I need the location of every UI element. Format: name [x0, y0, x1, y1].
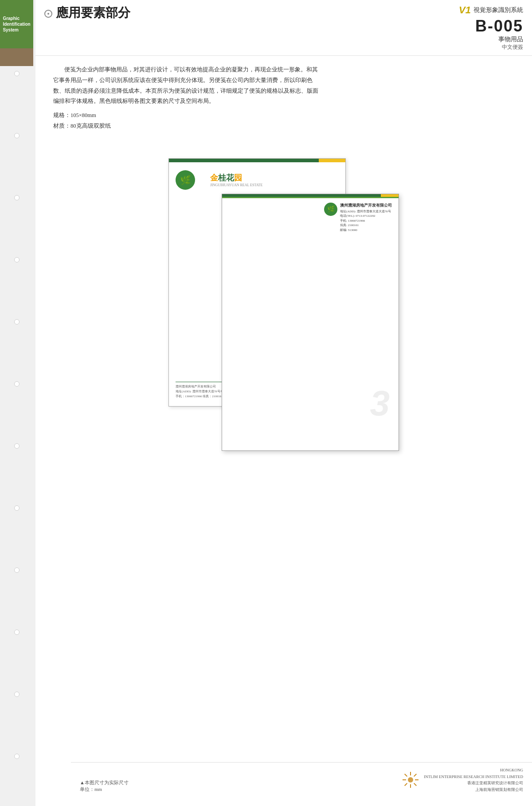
company-name-cn: 金桂花园 [210, 172, 262, 183]
fax-label: 传真: [340, 223, 347, 227]
notepad-stack: 🌿 金桂花园 JINGUIHUAYUAN REAL ESTATE 澧州澧湖房地产… [168, 158, 399, 460]
front-header-bar [222, 194, 399, 197]
mobile-value: 13060721966 [348, 219, 365, 223]
v1-label: V1 [459, 4, 471, 16]
hole-punch-4 [14, 319, 20, 325]
svg-line-8 [405, 783, 407, 786]
footer-company-line3: 香港泛亚精英研究设计有限公司 [424, 780, 523, 786]
company-name-area: 金桂花园 JINGUIHUAYUAN REAL ESTATE [210, 172, 262, 187]
zip-label: 邮编: [340, 228, 347, 232]
tel-value: 0713-07122292 [356, 214, 375, 218]
notepad-watermark: 3 [370, 383, 390, 424]
footer-company-line2: INTLIM ENTERPRISE RESEARCH INSTITUTE LIM… [424, 774, 523, 780]
notepad-display-area: 🌿 金桂花园 JINGUIHUAYUAN REAL ESTATE 澧州澧湖房地产… [35, 149, 532, 469]
sidebar-logo-text: Graphic Identification System [3, 16, 30, 33]
back-header-accent [319, 159, 345, 162]
back-logo-area: 🌿 金桂花园 JINGUIHUAYUAN REAL ESTATE [169, 162, 345, 193]
front-company-name: 澳州澧湖房地产开发有限公司 [340, 203, 392, 208]
sidebar: Graphic Identification System [0, 0, 35, 806]
hole-punch-10 [14, 692, 20, 697]
section-title-area: 應用要素部分 [44, 4, 130, 21]
footer-note: ▲本图尺寸为实际尺寸 [80, 779, 129, 786]
v1-badge: V1 視覚形象識別系統 [459, 4, 523, 16]
sidebar-logo: Graphic Identification System [0, 0, 33, 48]
front-fax-line: 传真: 2100161 [340, 223, 392, 228]
footer-unit: 单位：mm [80, 786, 129, 793]
section-title: 應用要素部分 [56, 4, 130, 21]
company-name-highlight: 桂花 [218, 173, 234, 182]
svg-point-0 [408, 777, 413, 783]
hole-punch-3 [14, 257, 20, 262]
circle-icon [44, 10, 52, 18]
material-label: 材质： [53, 123, 70, 129]
notepad-front: 🌿 澳州澧湖房地产开发有限公司 地址(ADD): 澧州市澧泰大道大道78号 电话… [222, 194, 399, 451]
description-main: 便笺为企业内部事物用品，对其进行设计，可以有效地提高企业的凝聚力，再现企业统一形… [53, 65, 319, 107]
page-code: B-005 [475, 17, 523, 35]
front-logo-small: 🌿 澳州澧湖房地产开发有限公司 地址(ADD): 澧州市澧泰大道大道78号 电话… [324, 203, 392, 233]
svg-line-6 [414, 783, 417, 786]
hole-punch-8 [14, 567, 20, 573]
front-company-info-area: 澳州澧湖房地产开发有限公司 地址(ADD): 澧州市澧泰大道大道78号 电话(T… [340, 203, 392, 233]
front-header-accent [381, 194, 399, 197]
footer-company-info: HONGKONG INTLIM ENTERPRISE RESEARCH INST… [424, 767, 523, 793]
front-top-bar [222, 197, 399, 198]
mobile-label: 手机: [340, 219, 347, 223]
hole-punch-2 [14, 195, 20, 200]
front-tel-line: 电话(TEL): 0713-07122292 [340, 214, 392, 219]
front-zip-line: 邮编: 513000 [340, 228, 392, 233]
spec-value: 105×80mm [70, 112, 96, 118]
company-tagline: JINGUIHUAYUAN REAL ESTATE [210, 183, 262, 187]
footer-logo-area: HONGKONG INTLIM ENTERPRISE RESEARCH INST… [402, 767, 523, 793]
front-addr-line: 地址(ADD): 澧州市澧泰大道大道78号 [340, 209, 392, 214]
category-label: 事物用品 [498, 35, 523, 43]
sub-category-label: 中文便簽 [502, 43, 523, 51]
hole-punch-9 [14, 630, 20, 635]
logo-leaf-icon: 🌿 [180, 175, 191, 185]
footer-company-line4: 上海前海营销策划有限公司 [424, 786, 523, 793]
front-mobile-line: 手机: 13060721966 [340, 219, 392, 223]
logo-circle: 🌿 [176, 170, 195, 190]
svg-line-7 [414, 774, 417, 777]
right-header: V1 視覚形象識別系統 B-005 事物用品 中文便簽 [459, 4, 523, 51]
spec-label: 规格： [53, 112, 70, 118]
tel-label: 电话(TEL): [340, 214, 355, 218]
hole-punch-11 [14, 754, 20, 759]
footer-company-line1: HONGKONG [424, 767, 523, 773]
fax-value: 2100161 [348, 223, 359, 227]
main-content: 應用要素部分 V1 視覚形象識別系統 B-005 事物用品 中文便簽 便笺为企业… [35, 0, 532, 806]
front-header-area: 🌿 澳州澧湖房地产开发有限公司 地址(ADD): 澧州市澧泰大道大道78号 电话… [222, 198, 399, 237]
sun-logo-icon [402, 771, 419, 789]
spec-info: 规格：105×80mm 材质：80克高级双胶纸 [53, 110, 319, 132]
top-header: 應用要素部分 V1 視覚形象識別系統 B-005 事物用品 中文便簽 [35, 0, 532, 56]
material-value: 80克高级双胶纸 [70, 123, 111, 129]
front-logo-circle: 🌿 [324, 203, 337, 216]
footer-left: ▲本图尺寸为实际尺寸 单位：mm [80, 779, 129, 793]
addr-value: 澧州市澧泰大道大道78号 [357, 210, 391, 213]
hole-punch-1 [14, 133, 20, 138]
hole-punch-6 [14, 443, 20, 449]
addr-label: 地址(ADD): [340, 210, 356, 213]
front-logo-leaf: 🌿 [327, 205, 335, 213]
svg-line-5 [405, 774, 407, 777]
hole-punch-7 [14, 505, 20, 511]
company-logo: 🌿 [176, 169, 207, 191]
description-area: 便笺为企业内部事物用品，对其进行设计，可以有效地提高企业的凝聚力，再现企业统一形… [35, 56, 337, 141]
hole-punch-5 [14, 381, 20, 387]
page-footer: ▲本图尺寸为实际尺寸 单位：mm HONGKONG INTLIM ENTERPR… [71, 762, 532, 797]
sidebar-brown-block [0, 48, 33, 66]
vi-system-text: 視覚形象識別系統 [473, 6, 523, 14]
hole-punch-0 [14, 71, 20, 76]
zip-value: 513000 [348, 228, 357, 232]
